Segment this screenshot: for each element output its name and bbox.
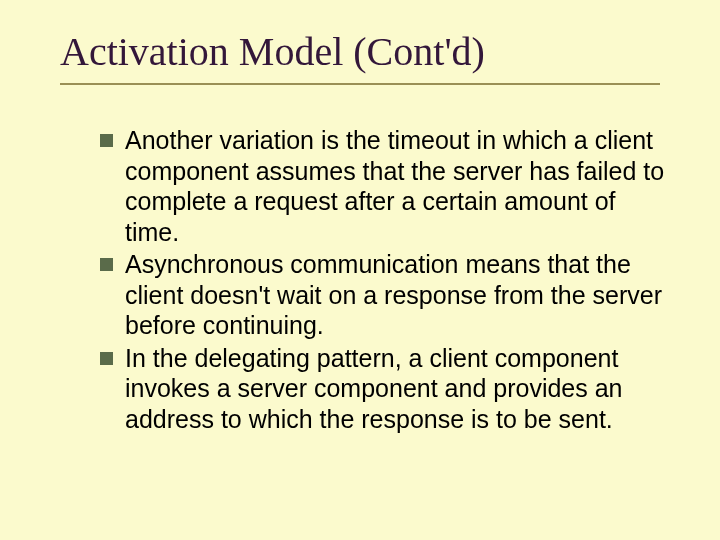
slide-title: Activation Model (Cont'd) [60, 28, 670, 75]
bullet-item: In the delegating pattern, a client comp… [100, 343, 670, 435]
square-bullet-icon [100, 134, 113, 147]
bullet-text: In the delegating pattern, a client comp… [125, 343, 670, 435]
bullet-text: Asynchronous communication means that th… [125, 249, 670, 341]
bullet-text: Another variation is the timeout in whic… [125, 125, 670, 247]
square-bullet-icon [100, 352, 113, 365]
bullet-item: Another variation is the timeout in whic… [100, 125, 670, 247]
square-bullet-icon [100, 258, 113, 271]
slide: Activation Model (Cont'd) Another variat… [0, 0, 720, 540]
bullet-item: Asynchronous communication means that th… [100, 249, 670, 341]
title-underline [60, 83, 660, 85]
slide-body: Another variation is the timeout in whic… [60, 125, 670, 434]
